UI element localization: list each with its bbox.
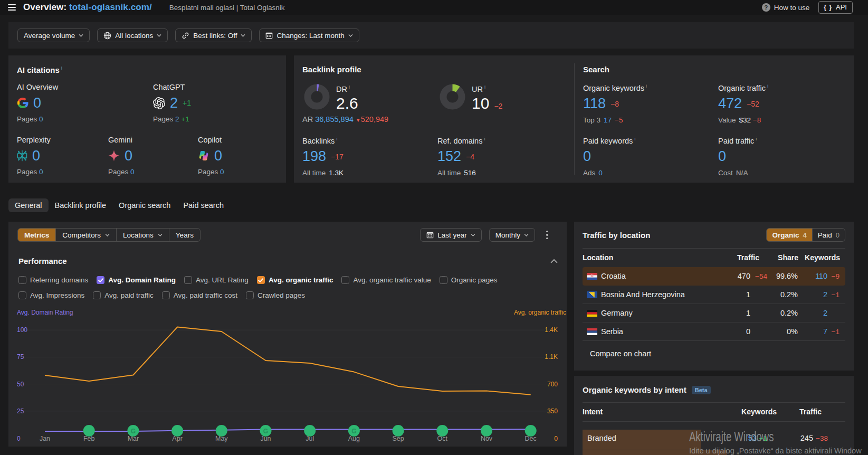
api-button[interactable]: { } API bbox=[818, 1, 853, 14]
pages-count[interactable]: 2 bbox=[175, 115, 179, 123]
unchecked-checkbox-icon bbox=[18, 291, 26, 299]
checkbox-avg-impressions[interactable]: Avg. Impressions bbox=[18, 291, 84, 299]
intent-row-non-branded[interactable]: Non-branded65−9227−14 bbox=[583, 450, 845, 455]
traffic-by-location-panel: Traffic by location Organic4Paid0 Locati… bbox=[574, 222, 854, 371]
ai-citations-count[interactable]: 0 bbox=[32, 149, 40, 163]
hamburger-menu-icon[interactable] bbox=[8, 4, 16, 11]
checkbox-avg-organic-traffic-value[interactable]: Avg. organic traffic value bbox=[341, 276, 431, 284]
pages-count[interactable]: 0 bbox=[39, 168, 43, 176]
segment-locations[interactable]: Locations bbox=[116, 229, 169, 241]
left-axis-tick: 25 bbox=[17, 407, 24, 415]
paid-traffic-value[interactable]: 0 bbox=[718, 149, 726, 164]
target-domain-link[interactable]: total-oglasnik.com/ bbox=[69, 2, 152, 12]
google-update-marker[interactable]: G bbox=[127, 425, 139, 437]
chevron-down-icon bbox=[79, 33, 83, 38]
ar-value[interactable]: 36,855,894 bbox=[315, 115, 354, 124]
backlinks-label: Backlinks bbox=[302, 137, 335, 145]
paid-toggle-button[interactable]: Paid0 bbox=[812, 229, 845, 241]
backlinks-count[interactable]: 198 bbox=[302, 149, 326, 164]
pages-change: +1 bbox=[181, 115, 189, 123]
ai-citations-count[interactable]: 0 bbox=[125, 149, 132, 163]
google-update-marker[interactable] bbox=[83, 425, 95, 437]
google-update-marker[interactable] bbox=[304, 425, 316, 437]
granularity-button[interactable]: Monthly bbox=[489, 228, 535, 242]
performance-line-chart[interactable]: 025507510003507001.1K1.4KJanFebMarAprMay… bbox=[8, 317, 567, 447]
checkbox-referring-domains[interactable]: Referring domains bbox=[18, 276, 88, 284]
checkbox-avg-domain-rating[interactable]: Avg. Domain Rating bbox=[97, 276, 176, 284]
top-header: Overview: total-oglasnik.com/ Besplatni … bbox=[0, 0, 868, 15]
tab-organic-search[interactable]: Organic search bbox=[119, 198, 170, 212]
ai-citations-count[interactable]: 2 bbox=[170, 96, 178, 110]
location-keywords[interactable]: 110 bbox=[815, 272, 827, 280]
date-range-button[interactable]: Last year bbox=[420, 228, 482, 242]
ai-citations-count[interactable]: 0 bbox=[33, 96, 41, 110]
segment-metrics[interactable]: Metrics bbox=[18, 229, 55, 241]
google-update-marker[interactable] bbox=[436, 425, 448, 437]
toolbar-button-average-volume[interactable]: Average volume bbox=[17, 29, 90, 42]
toolbar-button-changes-last-month[interactable]: Changes: Last month bbox=[259, 29, 359, 42]
location-keywords[interactable]: 7 bbox=[823, 327, 827, 336]
more-options-kebab-icon[interactable] bbox=[542, 230, 552, 241]
checkbox-avg-paid-traffic[interactable]: Avg. paid traffic bbox=[93, 291, 154, 299]
how-to-use-link[interactable]: ? How to use bbox=[762, 3, 810, 12]
google-update-marker[interactable] bbox=[481, 425, 492, 437]
column-header-location[interactable]: Location bbox=[583, 250, 711, 267]
column-header-share[interactable]: Share bbox=[769, 250, 800, 267]
collapse-chevron-up-icon[interactable] bbox=[550, 259, 558, 263]
compare-on-chart-button[interactable]: Compare on chart bbox=[590, 349, 651, 358]
segment-competitors[interactable]: Competitors bbox=[55, 229, 116, 241]
checkbox-avg-paid-traffic-cost[interactable]: Avg. paid traffic cost bbox=[162, 291, 237, 299]
info-icon: i bbox=[756, 136, 757, 141]
checkbox-avg-organic-traffic[interactable]: Avg. organic traffic bbox=[257, 276, 333, 284]
unchecked-checkbox-icon bbox=[184, 276, 192, 284]
tab-paid-search[interactable]: Paid search bbox=[183, 198, 224, 212]
checkbox-avg-url-rating[interactable]: Avg. URL Rating bbox=[184, 276, 249, 284]
column-header-traffic[interactable]: Traffic bbox=[711, 250, 769, 267]
toolbar-button-all-locations[interactable]: All locations bbox=[97, 29, 168, 42]
organic-toggle-button[interactable]: Organic4 bbox=[767, 229, 812, 241]
intent-keywords[interactable]: 53 bbox=[748, 434, 757, 442]
tab-general[interactable]: General bbox=[8, 198, 49, 212]
organic-keywords-value[interactable]: 118 bbox=[583, 97, 606, 111]
intent-row-branded[interactable]: Branded53+1245−38 bbox=[583, 430, 845, 450]
page-title: Overview: total-oglasnik.com/ bbox=[23, 2, 152, 13]
segment-years[interactable]: Years bbox=[169, 229, 200, 241]
tab-backlink-profile[interactable]: Backlink profile bbox=[55, 198, 107, 212]
location-keywords[interactable]: 2 bbox=[823, 309, 827, 317]
ai-source-label: ChatGPT bbox=[153, 83, 191, 91]
google-update-marker[interactable] bbox=[393, 425, 404, 437]
top3-value[interactable]: 17 bbox=[604, 116, 612, 124]
chevron-down-icon bbox=[524, 233, 529, 238]
checkbox-crawled-pages[interactable]: Crawled pages bbox=[246, 291, 305, 299]
toolbar-button-label: All locations bbox=[115, 32, 153, 40]
header-actions: ? How to use { } API bbox=[762, 1, 853, 14]
pages-count[interactable]: 0 bbox=[220, 168, 224, 176]
ur-label: UR bbox=[472, 85, 483, 93]
location-keywords[interactable]: 2 bbox=[823, 290, 827, 299]
info-icon: i bbox=[646, 83, 647, 89]
google-update-marker[interactable]: G bbox=[348, 425, 360, 437]
google-update-marker[interactable] bbox=[216, 425, 227, 437]
google-update-marker[interactable] bbox=[171, 425, 183, 437]
toolbar-button-best-links-off[interactable]: Best links: Off bbox=[175, 29, 252, 42]
checkbox-label: Organic pages bbox=[451, 276, 498, 284]
google-update-marker[interactable]: G bbox=[260, 425, 272, 437]
paid-keywords-value[interactable]: 0 bbox=[583, 149, 591, 164]
location-name: Croatia bbox=[601, 272, 626, 280]
pages-count[interactable]: 0 bbox=[39, 115, 43, 123]
metric-checkbox-row-2: Avg. ImpressionsAvg. paid trafficAvg. pa… bbox=[18, 291, 313, 299]
ads-value[interactable]: 0 bbox=[598, 169, 603, 177]
divider bbox=[583, 402, 845, 403]
location-row-croatia[interactable]: Croatia470−5499.6%110−9 bbox=[583, 267, 845, 286]
ai-citations-count[interactable]: 0 bbox=[214, 149, 222, 163]
organic-traffic-value[interactable]: 472 bbox=[718, 97, 742, 111]
location-row-germany[interactable]: Germany10.2%2 bbox=[583, 304, 845, 323]
location-row-serbia[interactable]: Serbia00%7−1 bbox=[583, 323, 845, 341]
ref-domains-count[interactable]: 152 bbox=[437, 149, 461, 164]
traffic-panel-header: Traffic by location Organic4Paid0 bbox=[583, 228, 845, 242]
google-update-marker[interactable] bbox=[525, 425, 537, 437]
column-header-keywords[interactable]: Keywords bbox=[800, 250, 845, 267]
pages-count[interactable]: 0 bbox=[130, 168, 135, 176]
checkbox-organic-pages[interactable]: Organic pages bbox=[440, 276, 498, 284]
location-row-bosnia-and-herzegovina[interactable]: Bosnia And Herzegovina10.2%2−1 bbox=[583, 286, 845, 304]
